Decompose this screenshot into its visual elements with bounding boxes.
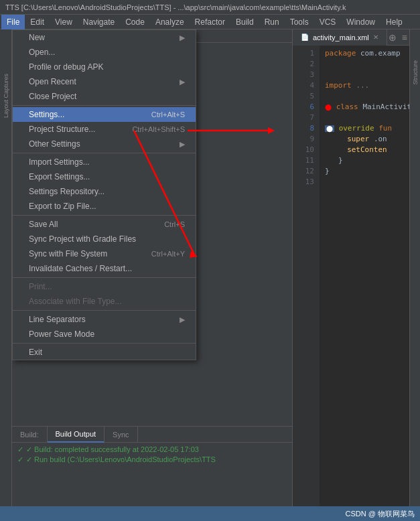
menu-edit[interactable]: Edit xyxy=(25,15,50,29)
menu-item-other-settings[interactable]: Other Settings ▶ xyxy=(13,137,196,151)
menu-run[interactable]: Run xyxy=(259,15,285,29)
tab-icon-1[interactable]: ⊕ xyxy=(387,31,398,44)
kw-class: class xyxy=(336,102,358,111)
menu-tools[interactable]: Tools xyxy=(285,15,314,29)
menu-item-project-structure[interactable]: Project Structure... Ctrl+Alt+Shift+S xyxy=(13,122,196,137)
menu-file[interactable]: File xyxy=(1,15,25,29)
code-line-5 xyxy=(325,91,404,102)
menu-item-sync-fs-label: Sync with File System xyxy=(29,249,107,258)
menu-item-settings[interactable]: Settings... Ctrl+Alt+S xyxy=(13,107,196,122)
menu-build[interactable]: Build xyxy=(230,15,259,29)
structure-tab[interactable]: Structure xyxy=(411,56,420,89)
menu-item-open-recent[interactable]: Open Recent ▶ xyxy=(13,74,196,89)
build-line-1: ✓ ✓ Build: completed successfully at 202… xyxy=(17,445,287,454)
menu-analyze[interactable]: Analyze xyxy=(150,15,190,29)
menu-item-profile-apk-label: Profile or debug APK xyxy=(29,62,103,72)
dot-9: .on xyxy=(374,135,387,143)
menu-item-exit[interactable]: Exit xyxy=(13,345,196,360)
set-content: setConten xyxy=(347,145,387,154)
kw-import: import xyxy=(325,81,352,90)
code-line-10: setConten xyxy=(325,145,404,155)
super-call: super xyxy=(347,135,369,143)
bottom-tabs: Build: Build Output Sync xyxy=(12,427,292,443)
class-name: MainActivit xyxy=(362,102,409,111)
menu-item-print[interactable]: Print... xyxy=(13,279,196,294)
menu-item-power-save-label: Power Save Mode xyxy=(29,329,94,339)
bottom-tab-build-output[interactable]: Build Output xyxy=(48,427,105,443)
line-num-2: 2 xyxy=(293,59,314,70)
menu-item-sync-gradle[interactable]: Sync Project with Gradle Files xyxy=(13,232,196,246)
menu-item-project-structure-label: Project Structure... xyxy=(29,125,95,134)
close-brace-2: } xyxy=(325,167,330,175)
breakpoint-icon: ⬤ xyxy=(325,125,334,132)
bottom-tab-build-label[interactable]: Build: xyxy=(12,427,48,443)
code-line-6: ⬤ class MainActivit xyxy=(325,102,404,113)
build-line-2: ✓ ✓ Run build (C:\Users\Lenovo\AndroidSt… xyxy=(17,455,287,464)
menu-item-invalidate[interactable]: Invalidate Caches / Restart... xyxy=(13,261,196,276)
close-brace-1: } xyxy=(338,156,343,165)
file-dropdown-menu: New ▶ Open... Profile or debug APK Open … xyxy=(12,29,196,360)
menu-item-new[interactable]: New ▶ xyxy=(13,30,196,45)
menu-item-power-save[interactable]: Power Save Mode xyxy=(13,327,196,342)
menu-item-save-all[interactable]: Save All Ctrl+S xyxy=(13,217,196,232)
code-line-2 xyxy=(325,59,404,70)
status-text: CSDN @ 物联网菜鸟 xyxy=(346,509,415,519)
menu-item-export-zip[interactable]: Export to Zip File... xyxy=(13,199,196,214)
separator-1 xyxy=(13,105,196,106)
menu-code[interactable]: Code xyxy=(120,15,150,29)
line-num-1: 1 xyxy=(293,48,314,59)
override-anno: override xyxy=(339,124,374,133)
menu-item-export-settings-label: Export Settings... xyxy=(29,172,90,181)
menu-item-invalidate-label: Invalidate Caches / Restart... xyxy=(29,264,132,273)
tab-icon-2[interactable]: ≡ xyxy=(401,31,409,44)
line-num-6: 6 xyxy=(293,102,314,113)
kw-fun: fun xyxy=(378,124,392,133)
menu-item-close-project[interactable]: Close Project xyxy=(13,89,196,104)
editor-tab-activity-main[interactable]: 📄 activity_main.xml ✕ xyxy=(293,29,387,46)
submenu-arrow-line: ▶ xyxy=(180,315,185,324)
menu-item-associate[interactable]: Associate with File Type... xyxy=(13,294,196,309)
menu-item-line-sep[interactable]: Line Separators ▶ xyxy=(13,312,196,327)
menu-navigate[interactable]: Navigate xyxy=(78,15,120,29)
menu-item-sync-fs[interactable]: Sync with File System Ctrl+Alt+Y xyxy=(13,246,196,261)
bottom-tab-sync[interactable]: Sync xyxy=(104,427,137,443)
editor-tabs: 📄 activity_main.xml ✕ ⊕ ≡ ⚙ — xyxy=(293,29,409,46)
line-num-4: 4 xyxy=(293,80,314,91)
tab-close-button[interactable]: ✕ xyxy=(373,33,378,41)
title-bar: TTS [C:\Users\Lenovo\AndroidStudioProjec… xyxy=(0,0,420,15)
line-num-8: 8 xyxy=(293,123,314,134)
menu-help[interactable]: Help xyxy=(380,15,408,29)
line-num-10: 10 xyxy=(293,145,314,155)
menu-item-print-label: Print... xyxy=(29,282,52,291)
submenu-arrow: ▶ xyxy=(180,33,185,42)
status-bar: CSDN @ 物联网菜鸟 xyxy=(0,506,420,521)
menu-bar: File Edit View Navigate Code Analyze Ref… xyxy=(0,15,420,29)
code-content[interactable]: package com.examp import ... ⬤ class Mai… xyxy=(320,46,409,506)
menu-refactor[interactable]: Refactor xyxy=(190,15,230,29)
menu-item-profile-apk[interactable]: Profile or debug APK xyxy=(13,60,196,74)
menu-item-open[interactable]: Open... xyxy=(13,45,196,60)
layout-captures-tab[interactable]: Layout Captures xyxy=(1,70,11,122)
menu-item-export-zip-label: Export to Zip File... xyxy=(29,202,96,211)
line-numbers: 1 2 3 4 5 6 7 8 9 10 11 12 13 xyxy=(293,46,320,506)
menu-item-settings-repo[interactable]: Settings Repository... xyxy=(13,184,196,199)
menu-vcs[interactable]: VCS xyxy=(314,15,342,29)
code-line-9: super .on xyxy=(325,134,404,145)
check-icon-2: ✓ xyxy=(17,455,23,464)
submenu-arrow-other: ▶ xyxy=(180,140,185,149)
sync-fs-shortcut: Ctrl+Alt+Y xyxy=(151,250,185,258)
build-text-1: ✓ Build: completed successfully at 2022-… xyxy=(26,445,199,454)
indent-9 xyxy=(325,135,343,143)
code-line-4: import ... xyxy=(325,80,404,91)
menu-window[interactable]: Window xyxy=(341,15,380,29)
separator-3 xyxy=(13,215,196,216)
title-text: TTS [C:\Users\Lenovo\AndroidStudioProjec… xyxy=(5,3,346,11)
bottom-content: ✓ ✓ Build: completed successfully at 202… xyxy=(12,443,292,506)
menu-view[interactable]: View xyxy=(50,15,78,29)
code-line-12: } xyxy=(325,166,404,177)
center-pane: ...\AndroidStudioProjects\TTS New ▶ Open… xyxy=(12,29,292,506)
menu-item-settings-repo-label: Settings Repository... xyxy=(29,187,104,196)
menu-item-export-settings[interactable]: Export Settings... xyxy=(13,169,196,184)
indent-11 xyxy=(325,156,334,165)
menu-item-import-settings[interactable]: Import Settings... xyxy=(13,155,196,169)
